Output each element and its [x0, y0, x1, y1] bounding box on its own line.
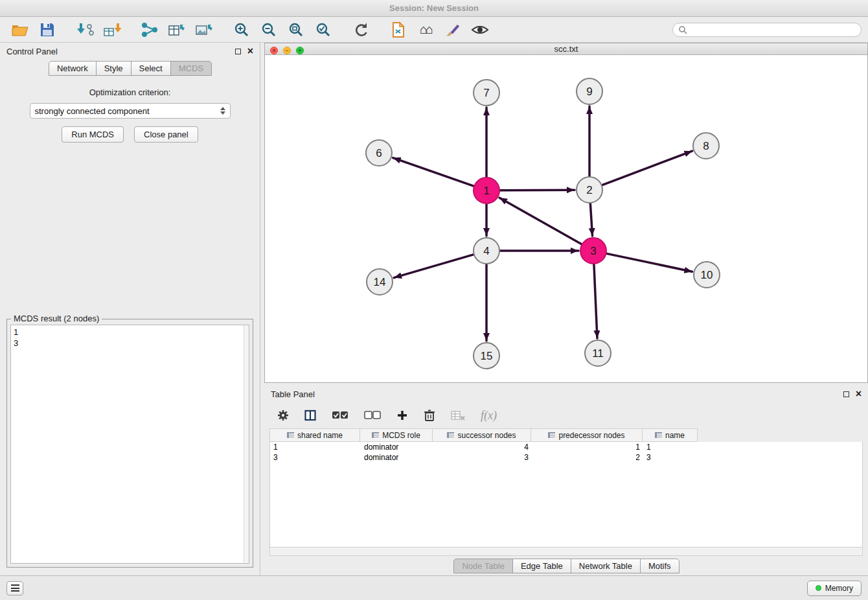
graph-node-11[interactable]: 11	[585, 340, 611, 366]
graph-node-9[interactable]: 9	[577, 78, 602, 104]
column-options-icon[interactable]	[287, 432, 294, 438]
horizontal-scrollbar[interactable]	[269, 548, 863, 556]
float-panel-icon[interactable]	[235, 49, 241, 54]
deselect-all-rows-button[interactable]	[364, 411, 381, 420]
table-cell: 1	[643, 442, 698, 452]
tab-select[interactable]: Select	[131, 61, 171, 76]
close-window-icon[interactable]: ×	[270, 47, 278, 54]
column-options-icon[interactable]	[447, 432, 454, 438]
delete-rows-button[interactable]	[424, 409, 435, 422]
search-input[interactable]	[691, 25, 856, 34]
svg-text:9: 9	[586, 86, 592, 98]
export-image-button[interactable]	[190, 19, 218, 41]
table-cell: 3	[270, 452, 361, 463]
refresh-network-button[interactable]	[347, 19, 374, 41]
tab-mcds[interactable]: MCDS	[170, 61, 212, 76]
table-settings-button[interactable]	[277, 410, 289, 421]
trash-icon	[424, 409, 435, 422]
mcds-result-list: 13	[10, 325, 249, 564]
graph-edge-3-1[interactable]	[499, 198, 582, 244]
import-network-button[interactable]	[71, 19, 98, 41]
close-panel-button[interactable]: Close panel	[134, 126, 198, 143]
new-network-button[interactable]	[136, 19, 163, 41]
apply-style-button[interactable]	[439, 19, 466, 41]
import-table-button[interactable]	[98, 19, 126, 41]
zoom-out-button[interactable]	[255, 19, 282, 41]
task-history-button[interactable]	[6, 581, 23, 595]
table-cell: dominator	[361, 452, 433, 463]
table-header-row: shared nameMCDS rolesuccessor nodesprede…	[269, 428, 863, 442]
status-bar: Memory	[0, 575, 868, 600]
column-header-predecessor-nodes[interactable]: predecessor nodes	[531, 428, 643, 442]
column-header-shared-name[interactable]: shared name	[269, 428, 360, 442]
tab-edge-table[interactable]: Edge Table	[512, 559, 571, 573]
column-header-mcds-role[interactable]: MCDS role	[360, 428, 433, 442]
export-table-button[interactable]	[163, 19, 190, 41]
minimize-window-icon[interactable]: −	[283, 47, 291, 54]
graph-node-15[interactable]: 15	[474, 343, 499, 369]
table-cell: 2	[532, 452, 643, 463]
document-icon	[391, 21, 406, 38]
tab-style[interactable]: Style	[96, 61, 131, 76]
graph-node-2[interactable]: 2	[577, 177, 602, 203]
zoom-selected-button[interactable]	[310, 19, 337, 41]
result-item[interactable]: 1	[14, 327, 246, 338]
column-options-icon[interactable]	[655, 432, 662, 438]
graph-node-1[interactable]: 1	[474, 178, 499, 203]
save-session-button[interactable]	[34, 19, 61, 41]
criterion-dropdown[interactable]: strongly connected component	[30, 103, 231, 119]
network-canvas[interactable]: 7968124314101511	[265, 55, 867, 382]
open-session-button[interactable]	[6, 19, 34, 41]
zoom-in-icon	[234, 22, 249, 38]
control-panel-header: Control Panel ×	[0, 43, 260, 60]
zoom-fit-button[interactable]	[282, 19, 310, 41]
show-hide-button[interactable]	[466, 19, 494, 41]
graph-node-8[interactable]: 8	[693, 133, 719, 159]
table-row[interactable]: 3dominator323	[270, 452, 862, 463]
column-options-icon[interactable]	[548, 432, 555, 438]
column-header-successor-nodes[interactable]: successor nodes	[433, 428, 531, 442]
function-builder-button[interactable]: f(x)	[481, 409, 497, 422]
table-row[interactable]: 1dominator411	[270, 442, 862, 452]
mcds-result-title: MCDS result (2 nodes)	[11, 314, 102, 323]
tab-network[interactable]: Network	[49, 61, 97, 76]
svg-text:2: 2	[586, 184, 592, 196]
result-item[interactable]: 3	[14, 338, 246, 349]
graph-edge-1-6[interactable]	[393, 158, 474, 186]
select-all-rows-button[interactable]	[332, 411, 348, 420]
memory-button[interactable]: Memory	[807, 581, 862, 596]
run-mcds-button[interactable]: Run MCDS	[62, 126, 124, 143]
zoom-in-button[interactable]	[228, 19, 255, 41]
close-table-panel-icon[interactable]: ×	[856, 391, 862, 397]
graph-edge-2-3[interactable]	[590, 203, 592, 236]
zoom-window-icon[interactable]: +	[296, 47, 304, 54]
graph-node-3[interactable]: 3	[580, 238, 606, 264]
add-row-button[interactable]	[396, 410, 408, 421]
graph-edge-2-8[interactable]	[602, 151, 692, 185]
home-button[interactable]: ⌂⌂	[412, 19, 439, 41]
column-options-icon[interactable]	[372, 432, 379, 438]
graph-edge-1-2[interactable]	[500, 190, 575, 190]
graph-node-14[interactable]: 14	[367, 269, 393, 295]
toggle-columns-button[interactable]	[304, 410, 316, 421]
float-table-panel-icon[interactable]	[843, 391, 849, 397]
graph-node-7[interactable]: 7	[474, 80, 499, 106]
column-header-name[interactable]: name	[643, 428, 698, 442]
export-image-icon	[195, 22, 213, 38]
close-panel-icon[interactable]: ×	[247, 48, 253, 54]
paintbrush-icon	[444, 22, 461, 38]
table-panel: Table Panel ×	[264, 386, 868, 575]
delete-columns-button[interactable]	[451, 410, 465, 421]
svg-text:10: 10	[701, 269, 713, 281]
tab-motifs[interactable]: Motifs	[640, 559, 680, 573]
graph-node-10[interactable]: 10	[694, 262, 720, 288]
graph-edge-3-11[interactable]	[594, 264, 597, 338]
first-neighbors-button[interactable]	[385, 19, 412, 41]
graph-node-6[interactable]: 6	[366, 140, 392, 166]
tab-node-table[interactable]: Node Table	[453, 559, 513, 573]
graph-edge-4-14[interactable]	[394, 255, 474, 278]
tab-network-table[interactable]: Network Table	[571, 559, 641, 573]
graph-node-4[interactable]: 4	[474, 238, 499, 264]
graph-edge-3-10[interactable]	[607, 253, 692, 271]
result-scrollbar[interactable]	[244, 325, 249, 563]
